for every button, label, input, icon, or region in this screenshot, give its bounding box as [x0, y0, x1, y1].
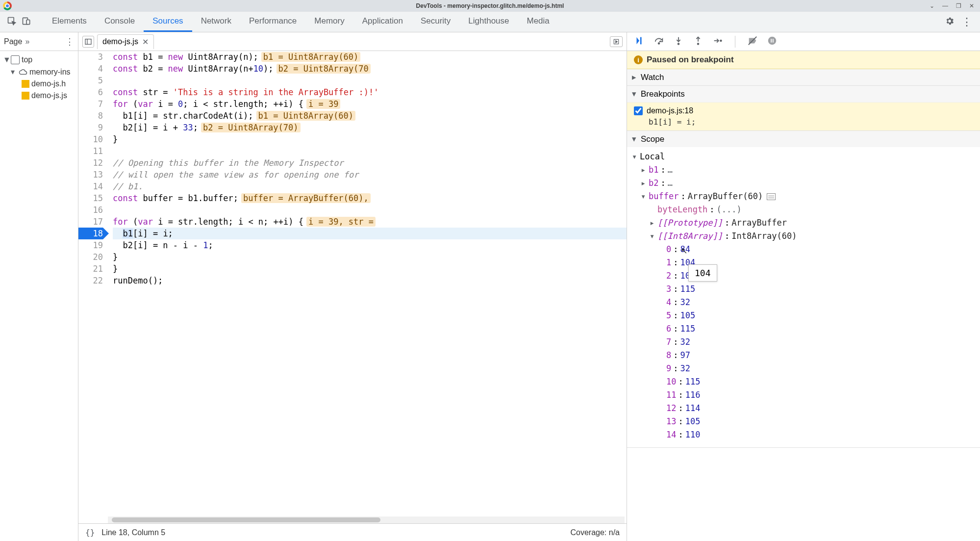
tree-frame-top[interactable]: ▼ top — [2, 54, 76, 66]
code-line[interactable]: for (var i = 0; i < str.length; ++i) {i … — [113, 98, 627, 110]
code-line[interactable]: b2[i] = n - i - 1; — [113, 239, 627, 251]
page-tab-label[interactable]: Page — [4, 37, 22, 46]
deactivate-breakpoints-button[interactable] — [747, 35, 758, 48]
watch-section-header[interactable]: ▸Watch — [627, 69, 980, 85]
line-number[interactable]: 13 — [78, 169, 103, 180]
tab-memory[interactable]: Memory — [305, 12, 353, 32]
scope-array-item[interactable]: 2: 105 — [631, 269, 976, 283]
tree-domain[interactable]: ▾ memory-ins — [2, 66, 76, 78]
scope-var-b1[interactable]: ▸b1: … — [631, 163, 976, 177]
scope-int8array[interactable]: ▾[[Int8Array]]: Int8Array(60) — [631, 230, 976, 243]
line-number[interactable]: 8 — [78, 110, 103, 122]
scope-array-item[interactable]: 10: 115 — [631, 375, 976, 388]
code-line[interactable]: b1[i] = str.charCodeAt(i);b1 = Uint8Arra… — [113, 110, 627, 122]
step-button[interactable] — [712, 35, 723, 48]
line-number[interactable]: 10 — [78, 133, 103, 145]
tab-sources[interactable]: Sources — [144, 12, 192, 32]
code-line[interactable]: } — [113, 263, 627, 275]
settings-icon[interactable] — [945, 16, 955, 27]
scope-array-item[interactable]: 4: 32 — [631, 296, 976, 309]
line-number[interactable]: 9 — [78, 122, 103, 133]
more-menu-icon[interactable]: ⋮ — [961, 16, 972, 28]
inspect-element-icon[interactable] — [7, 16, 17, 27]
line-number[interactable]: 3 — [78, 51, 103, 63]
code-line[interactable]: runDemo(); — [113, 275, 627, 286]
code-line[interactable]: const str = 'This is a string in the Arr… — [113, 86, 627, 98]
window-expand-icon[interactable]: ⌄ — [930, 2, 934, 9]
horizontal-scrollbar[interactable] — [108, 516, 625, 523]
editor-tab[interactable]: demo-js.js ✕ — [97, 34, 154, 49]
scope-var-b2[interactable]: ▸b2: … — [631, 177, 976, 190]
step-over-button[interactable] — [653, 35, 664, 48]
pause-on-exceptions-button[interactable] — [767, 35, 778, 48]
line-number[interactable]: 4 — [78, 63, 103, 75]
code-line[interactable]: b2[i] = i + 33;b2 = Uint8Array(70) — [113, 122, 627, 133]
code-line[interactable]: // b1. — [113, 180, 627, 192]
scope-array-item[interactable]: 12: 114 — [631, 402, 976, 415]
scope-array-item[interactable]: 6: 115 — [631, 322, 976, 335]
breakpoint-checkbox[interactable] — [634, 106, 643, 115]
line-number[interactable]: 7 — [78, 98, 103, 110]
scope-bytelength[interactable]: byteLength: (...) — [631, 203, 976, 216]
code-line[interactable]: } — [113, 251, 627, 263]
window-close-icon[interactable]: ✕ — [969, 2, 974, 9]
line-number[interactable]: 17 — [78, 216, 103, 228]
close-tab-icon[interactable]: ✕ — [142, 37, 149, 47]
line-number[interactable]: 18 — [78, 228, 103, 239]
line-number[interactable]: 16 — [78, 204, 103, 216]
line-number[interactable]: 22 — [78, 275, 103, 286]
tab-network[interactable]: Network — [192, 12, 240, 32]
scope-prototype[interactable]: ▸[[Prototype]]: ArrayBuffer — [631, 216, 976, 230]
code-line[interactable] — [113, 204, 627, 216]
line-number[interactable]: 5 — [78, 75, 103, 86]
code-line[interactable] — [113, 145, 627, 157]
code-line[interactable]: // Opening this buffer in the Memory Ins… — [113, 157, 627, 169]
line-number[interactable]: 15 — [78, 192, 103, 204]
step-out-button[interactable] — [693, 35, 704, 48]
line-number[interactable]: 11 — [78, 145, 103, 157]
tab-application[interactable]: Application — [353, 12, 412, 32]
tab-elements[interactable]: Elements — [43, 12, 96, 32]
scope-var-buffer[interactable]: ▾buffer: ArrayBuffer(60) — [631, 190, 976, 203]
code-line[interactable]: b1[i] = i; — [113, 228, 627, 239]
scope-local[interactable]: ▾Local — [631, 150, 976, 163]
scope-array-item[interactable]: 1: 104 — [631, 256, 976, 269]
tab-console[interactable]: Console — [96, 12, 144, 32]
code-line[interactable]: } — [113, 133, 627, 145]
breakpoint-item[interactable]: demo-js.js:18 b1[i] = i; — [627, 102, 980, 130]
line-number[interactable]: 20 — [78, 251, 103, 263]
breakpoints-section-header[interactable]: ▾Breakpoints — [627, 86, 980, 102]
code-line[interactable]: const buffer = b1.buffer;buffer = ArrayB… — [113, 192, 627, 204]
scope-array-item[interactable]: 9: 32 — [631, 362, 976, 375]
tree-file[interactable]: demo-js.js — [2, 90, 76, 102]
navigator-more-tabs-icon[interactable]: » — [25, 37, 29, 46]
scope-array-item[interactable]: 7: 32 — [631, 335, 976, 349]
scope-array-item[interactable]: 13: 105 — [631, 415, 976, 428]
code-line[interactable] — [113, 75, 627, 86]
memory-inspector-icon[interactable] — [767, 193, 776, 200]
tree-file[interactable]: demo-js.h — [2, 78, 76, 90]
device-toolbar-icon[interactable] — [22, 16, 31, 27]
line-number[interactable]: 6 — [78, 86, 103, 98]
line-number[interactable]: 14 — [78, 180, 103, 192]
scope-section-header[interactable]: ▾Scope — [627, 131, 980, 147]
pretty-print-icon[interactable]: {} — [85, 528, 95, 537]
tab-lighthouse[interactable]: Lighthouse — [459, 12, 518, 32]
run-snippet-icon[interactable] — [610, 36, 623, 47]
scope-array-item[interactable]: 3: 115 — [631, 283, 976, 296]
resume-button[interactable] — [634, 35, 645, 48]
tab-performance[interactable]: Performance — [240, 12, 305, 32]
step-into-button[interactable] — [673, 35, 684, 48]
code-line[interactable]: // will open the same view as for openin… — [113, 169, 627, 180]
scope-array-item[interactable]: 8: 97 — [631, 349, 976, 362]
code-line[interactable]: const b1 = new Uint8Array(n);b1 = Uint8A… — [113, 51, 627, 63]
line-number[interactable]: 12 — [78, 157, 103, 169]
line-number[interactable]: 21 — [78, 263, 103, 275]
navigator-menu-icon[interactable]: ⋮ — [65, 36, 74, 47]
toggle-navigator-icon[interactable] — [82, 36, 94, 48]
tab-media[interactable]: Media — [518, 12, 558, 32]
code-line[interactable]: for (var i = str.length; i < n; ++i) {i … — [113, 216, 627, 228]
tab-security[interactable]: Security — [412, 12, 459, 32]
scope-array-item[interactable]: 11: 116 — [631, 388, 976, 402]
window-minimize-icon[interactable]: — — [942, 2, 948, 9]
